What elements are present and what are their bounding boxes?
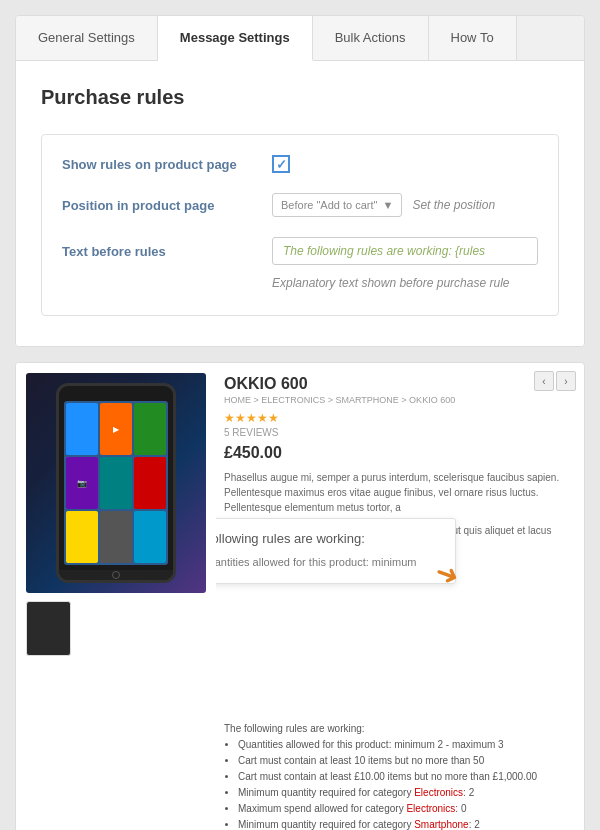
select-arrow: ▼ (382, 199, 393, 211)
product-price: £450.00 (224, 444, 572, 462)
position-label: Position in product page (62, 198, 272, 213)
product-reviews: 5 REVIEWS (224, 427, 572, 438)
rules-heading: The following rules are working: (224, 723, 572, 734)
text-before-input[interactable]: The following rules are working: {rules (272, 237, 538, 265)
position-select[interactable]: Before "Add to cart" ▼ (272, 193, 402, 217)
product-name: OKKIO 600 (224, 375, 572, 393)
app-tile-6 (134, 457, 166, 509)
product-navigation: ‹ › (534, 371, 576, 391)
rule-item-5: Minimum quantity required for category S… (238, 818, 572, 830)
rule-item-4: Maximum spend allowed for category Elect… (238, 802, 572, 816)
app-tile-1 (66, 403, 98, 455)
app-tile-5 (100, 457, 132, 509)
position-helper: Set the position (412, 198, 495, 212)
settings-card: Show rules on product page Position in p… (41, 134, 559, 316)
tabs-row: General Settings Message Settings Bulk A… (16, 16, 584, 61)
rules-overlay-list: Quantities allowed for this product: min… (216, 554, 440, 571)
explanatory-text: Explanatory text shown before purchase r… (62, 276, 509, 290)
electronics-link-2: Electronics (406, 803, 455, 814)
phone-home-circle (112, 571, 120, 579)
product-info-area: ‹ › OKKIO 600 HOME > ELECTRONICS > SMART… (216, 363, 584, 830)
app-tile-4: 📷 (66, 457, 98, 509)
product-main-image: ▶ 📷 (26, 373, 206, 593)
phone-screen: ▶ 📷 (64, 401, 168, 565)
settings-panel: Purchase rules Show rules on product pag… (16, 61, 584, 346)
position-value: Before "Add to cart" (281, 199, 377, 211)
product-preview-panel: ▶ 📷 (15, 362, 585, 830)
rule-item-2: Cart must contain at least £10.00 items … (238, 770, 572, 784)
nav-prev-button[interactable]: ‹ (534, 371, 554, 391)
phone-mockup: ▶ 📷 (56, 383, 176, 583)
product-rules-section: The following rules are working: Quantit… (224, 723, 572, 830)
tab-bulk-actions[interactable]: Bulk Actions (313, 16, 429, 60)
show-rules-control (272, 155, 538, 173)
app-tile-9 (134, 511, 166, 563)
product-description: Phasellus augue mi, semper a purus inter… (224, 470, 572, 515)
product-stars: ★★★★★ (224, 411, 572, 425)
app-tile-2: ▶ (100, 403, 132, 455)
text-before-control: The following rules are working: {rules (272, 237, 538, 265)
app-tile-3 (134, 403, 166, 455)
rule-item-3: Minimum quantity required for category E… (238, 786, 572, 800)
smartphone-link-1: Smartphone (414, 819, 468, 830)
phone-home-btn (59, 570, 173, 580)
text-before-row: Text before rules The following rules ar… (62, 237, 538, 290)
product-thumbnail[interactable] (26, 601, 71, 656)
rules-overlay-item-1: Quantities allowed for this product: min… (216, 554, 440, 571)
tab-message-settings[interactable]: Message Settings (158, 16, 313, 61)
show-rules-row: Show rules on product page (62, 155, 538, 173)
rules-overlay: The following rules are working: Quantit… (216, 518, 456, 584)
app-tile-8 (100, 511, 132, 563)
product-breadcrumb: HOME > ELECTRONICS > SMARTPHONE > OKKIO … (224, 395, 572, 405)
preview-inner: ▶ 📷 (16, 363, 584, 830)
product-rules-list: Quantities allowed for this product: min… (224, 738, 572, 830)
rule-item-1: Cart must contain at least 10 items but … (238, 754, 572, 768)
app-tile-7 (66, 511, 98, 563)
nav-next-button[interactable]: › (556, 371, 576, 391)
position-row: Position in product page Before "Add to … (62, 193, 538, 217)
product-image-area: ▶ 📷 (16, 363, 216, 830)
tab-how-to[interactable]: How To (429, 16, 517, 60)
electronics-link-1: Electronics (414, 787, 463, 798)
rules-overlay-title: The following rules are working: (216, 531, 440, 546)
rule-item-0: Quantities allowed for this product: min… (238, 738, 572, 752)
text-before-label: Text before rules (62, 244, 272, 259)
outer-container: General Settings Message Settings Bulk A… (0, 0, 600, 830)
show-rules-checkbox[interactable] (272, 155, 290, 173)
tabs-panel: General Settings Message Settings Bulk A… (15, 15, 585, 347)
show-rules-label: Show rules on product page (62, 157, 272, 172)
panel-title: Purchase rules (41, 86, 559, 109)
position-control: Before "Add to cart" ▼ Set the position (272, 193, 538, 217)
tab-general-settings[interactable]: General Settings (16, 16, 158, 60)
